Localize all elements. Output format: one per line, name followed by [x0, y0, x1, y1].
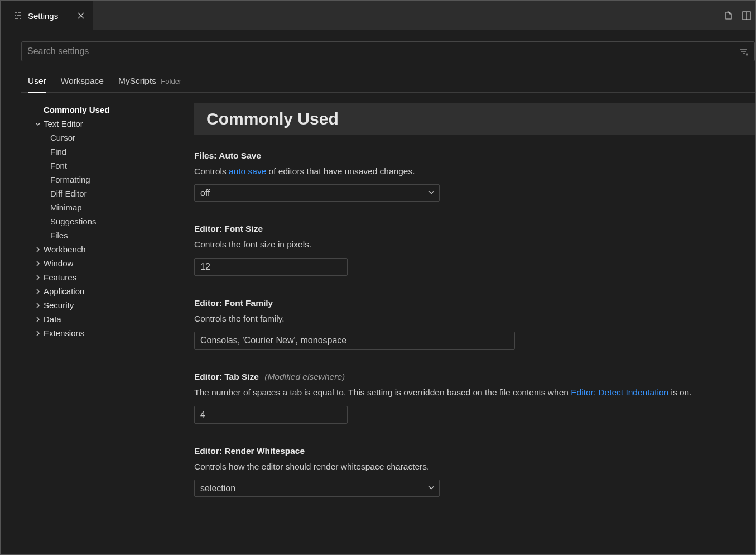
setting-desc: Controls how the editor should render wh… — [194, 461, 755, 473]
chevron-right-icon — [32, 288, 44, 295]
scope-user[interactable]: User — [28, 76, 46, 93]
setting-desc: Controls the font family. — [194, 313, 755, 325]
tab-strip: Settings — [1, 1, 755, 30]
close-icon[interactable] — [76, 11, 85, 20]
setting-files-autosave: Files: Auto Save Controls auto save of e… — [194, 151, 755, 202]
setting-label: Files: Auto Save — [194, 151, 755, 161]
toc-formatting[interactable]: Formatting — [21, 173, 174, 186]
toc-data[interactable]: Data — [21, 312, 174, 326]
link-detect-indentation[interactable]: Editor: Detect Indentation — [571, 387, 668, 397]
setting-render-whitespace: Editor: Render Whitespace Controls how t… — [194, 446, 755, 497]
toc-files[interactable]: Files — [21, 228, 174, 242]
scope-folder-name: MyScripts — [118, 76, 156, 85]
font-family-input[interactable] — [194, 332, 515, 350]
toc-workbench[interactable]: Workbench — [21, 242, 174, 256]
settings-window: Settings — [1, 1, 755, 554]
toc-font[interactable]: Font — [21, 159, 174, 173]
search-input[interactable] — [27, 46, 739, 56]
tab-title: Settings — [28, 11, 58, 21]
setting-tab-size: Editor: Tab Size (Modified elsewhere) Th… — [194, 372, 755, 423]
chevron-right-icon — [32, 315, 44, 323]
toc-text-editor[interactable]: Text Editor — [21, 117, 174, 131]
section-heading: Commonly Used — [194, 103, 755, 135]
autosave-select[interactable]: off — [194, 184, 440, 202]
setting-label: Editor: Tab Size (Modified elsewhere) — [194, 372, 755, 382]
toc-minimap[interactable]: Minimap — [21, 200, 174, 214]
chevron-down-icon — [32, 120, 44, 128]
chevron-right-icon — [32, 274, 44, 281]
chevron-right-icon — [32, 246, 44, 253]
toc-application[interactable]: Application — [21, 284, 174, 298]
toc-diff[interactable]: Diff Editor — [21, 186, 174, 200]
toc-suggestions[interactable]: Suggestions — [21, 214, 174, 228]
setting-font-size: Editor: Font Size Controls the font size… — [194, 224, 755, 275]
toc-security[interactable]: Security — [21, 298, 174, 312]
font-size-input[interactable] — [194, 258, 348, 276]
setting-label: Editor: Font Family — [194, 298, 755, 308]
chevron-right-icon — [32, 302, 44, 309]
search-settings[interactable] — [21, 41, 755, 61]
split-editor-icon[interactable] — [740, 9, 753, 22]
toc-window[interactable]: Window — [21, 256, 174, 270]
render-whitespace-select[interactable]: selection — [194, 480, 440, 497]
setting-label: Editor: Font Size — [194, 224, 755, 234]
toc-extensions[interactable]: Extensions — [21, 326, 174, 340]
settings-toc: Commonly Used Text Editor Cursor Find Fo… — [21, 103, 174, 554]
settings-content: Commonly Used Files: Auto Save Controls … — [174, 103, 755, 554]
modified-hint: (Modified elsewhere) — [264, 372, 345, 381]
setting-desc: Controls auto save of editors that have … — [194, 165, 755, 178]
chevron-right-icon — [32, 329, 44, 337]
open-settings-json-icon[interactable] — [723, 9, 735, 22]
setting-label: Editor: Render Whitespace — [194, 446, 755, 456]
setting-desc: Controls the font size in pixels. — [194, 238, 755, 251]
chevron-right-icon — [32, 260, 44, 267]
settings-tab-icon — [13, 11, 22, 20]
setting-font-family: Editor: Font Family Controls the font fa… — [194, 298, 755, 350]
scope-folder-suffix: Folder — [161, 77, 181, 85]
toc-cursor[interactable]: Cursor — [21, 131, 174, 145]
setting-desc: The number of spaces a tab is equal to. … — [194, 386, 755, 399]
editor-actions — [723, 1, 755, 30]
filter-icon[interactable] — [739, 46, 749, 56]
toc-find[interactable]: Find — [21, 145, 174, 159]
tab-settings[interactable]: Settings — [1, 1, 93, 30]
link-auto-save[interactable]: auto save — [229, 166, 266, 176]
toc-features[interactable]: Features — [21, 270, 174, 284]
tab-size-input[interactable] — [194, 406, 348, 424]
scope-folder[interactable]: MyScripts Folder — [118, 76, 181, 93]
settings-scope-tabs: User Workspace MyScripts Folder — [21, 76, 755, 93]
toc-commonly-used[interactable]: Commonly Used — [21, 103, 174, 117]
scope-workspace[interactable]: Workspace — [61, 76, 104, 93]
